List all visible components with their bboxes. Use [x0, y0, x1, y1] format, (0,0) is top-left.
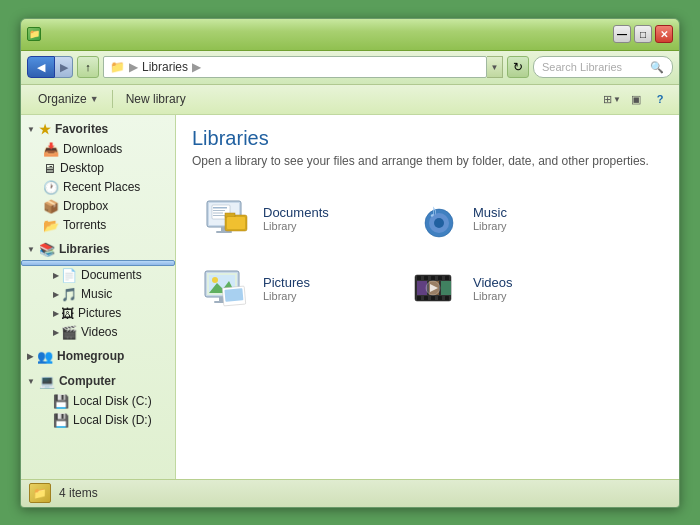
- toolbar-separator: [112, 90, 113, 108]
- sidebar-item-local-c[interactable]: 💾 Local Disk (C:): [21, 392, 175, 411]
- sidebar-libraries-header[interactable]: ▼ 📚 Libraries: [21, 239, 175, 260]
- sidebar-computer-header[interactable]: ▼ 💻 Computer: [21, 371, 175, 392]
- svg-rect-11: [227, 217, 245, 229]
- organize-button[interactable]: Organize ▼: [29, 88, 108, 110]
- music-type: Library: [473, 220, 507, 232]
- documents-arrow: ▶: [53, 271, 59, 280]
- refresh-button[interactable]: ↻: [507, 56, 529, 78]
- library-grid: Documents Library ♪: [192, 188, 592, 320]
- window-controls: — □ ✕: [613, 25, 673, 43]
- videos-library-icon: [411, 267, 463, 311]
- library-item-documents[interactable]: Documents Library: [192, 188, 382, 250]
- computer-icon: 💻: [39, 374, 55, 389]
- downloads-icon: 📥: [43, 142, 59, 157]
- search-box[interactable]: Search Libraries 🔍: [533, 56, 673, 78]
- sidebar-item-dropbox[interactable]: 📦 Dropbox: [21, 197, 175, 216]
- svg-rect-29: [438, 276, 442, 280]
- desktop-label: Desktop: [60, 161, 104, 175]
- toolbar-right: ⊞ ▼ ▣ ?: [601, 88, 671, 110]
- content-area: Libraries Open a library to see your fil…: [176, 115, 679, 479]
- music-name: Music: [473, 205, 507, 220]
- pictures-icon: 🖼: [61, 306, 74, 321]
- maximize-button[interactable]: □: [634, 25, 652, 43]
- window-icon: 📁: [27, 27, 41, 41]
- svg-rect-38: [441, 281, 451, 295]
- library-item-pictures[interactable]: Pictures Library: [192, 258, 382, 320]
- view-options-button[interactable]: ⊞ ▼: [601, 88, 623, 110]
- downloads-label: Downloads: [63, 142, 122, 156]
- sidebar-item-local-d[interactable]: 💾 Local Disk (D:): [21, 411, 175, 430]
- svg-point-19: [212, 277, 218, 283]
- music-icon: 🎵: [61, 287, 77, 302]
- back-button[interactable]: ◀: [27, 56, 55, 78]
- status-icon: 📁: [29, 483, 51, 503]
- documents-icon: 📄: [61, 268, 77, 283]
- svg-rect-27: [424, 276, 428, 280]
- search-icon: 🔍: [650, 61, 664, 74]
- search-placeholder: Search Libraries: [542, 61, 622, 73]
- svg-rect-26: [417, 276, 421, 280]
- svg-text:♪: ♪: [429, 201, 438, 221]
- videos-library-info: Videos Library: [473, 275, 513, 302]
- music-library-icon: ♪: [411, 197, 463, 241]
- libraries-label: Libraries: [59, 242, 110, 256]
- homegroup-label: Homegroup: [57, 349, 124, 363]
- sidebar-item-downloads[interactable]: 📥 Downloads: [21, 140, 175, 159]
- nav-buttons: ◀ ▶: [27, 56, 73, 78]
- sidebar-item-lib-documents[interactable]: ▶ 📄 Documents: [21, 266, 175, 285]
- new-library-button[interactable]: New library: [117, 88, 195, 110]
- title-bar: 📁 — □ ✕: [21, 19, 679, 51]
- documents-name: Documents: [263, 205, 329, 220]
- svg-rect-4: [213, 210, 225, 211]
- svg-rect-33: [431, 296, 435, 300]
- main-area: ▼ ★ Favorites 📥 Downloads 🖥 Desktop 🕐 Re…: [21, 115, 679, 479]
- views-arrow: ▼: [613, 95, 621, 104]
- svg-rect-35: [445, 296, 449, 300]
- organize-arrow: ▼: [90, 94, 99, 104]
- content-title: Libraries: [192, 127, 663, 150]
- path-icon: 📁: [110, 60, 125, 74]
- sidebar-item-torrents[interactable]: 📂 Torrents: [21, 216, 175, 235]
- organize-label: Organize: [38, 92, 87, 106]
- sidebar-item-lib-pictures[interactable]: ▶ 🖼 Pictures: [21, 304, 175, 323]
- views-icon: ⊞: [603, 93, 612, 106]
- dropbox-label: Dropbox: [63, 199, 108, 213]
- minimize-button[interactable]: —: [613, 25, 631, 43]
- address-path[interactable]: 📁 ▶ Libraries ▶: [103, 56, 487, 78]
- sidebar-item-lib-music[interactable]: ▶ 🎵 Music: [21, 285, 175, 304]
- sidebar: ▼ ★ Favorites 📥 Downloads 🖥 Desktop 🕐 Re…: [21, 115, 176, 479]
- videos-type: Library: [473, 290, 513, 302]
- sidebar-item-recent-places[interactable]: 🕐 Recent Places: [21, 178, 175, 197]
- address-path-container: 📁 ▶ Libraries ▶ ▼: [103, 56, 503, 78]
- pictures-library-icon: [201, 267, 253, 311]
- new-library-label: New library: [126, 92, 186, 106]
- library-item-music[interactable]: ♪ Music Library: [402, 188, 592, 250]
- sidebar-item-lib-videos[interactable]: ▶ 🎬 Videos: [21, 323, 175, 342]
- pane-button[interactable]: ▣: [625, 88, 647, 110]
- svg-rect-32: [424, 296, 428, 300]
- documents-type: Library: [263, 220, 329, 232]
- main-window: 📁 — □ ✕ ◀ ▶ ↑ 📁 ▶ Libraries ▶ ▼ ↻ Search…: [20, 18, 680, 508]
- sidebar-item-desktop[interactable]: 🖥 Desktop: [21, 159, 175, 178]
- sidebar-homegroup-header[interactable]: ▶ 👥 Homegroup: [21, 346, 175, 367]
- homegroup-arrow: ▶: [27, 352, 33, 361]
- address-dropdown[interactable]: ▼: [487, 56, 503, 78]
- svg-rect-5: [213, 212, 223, 213]
- close-button[interactable]: ✕: [655, 25, 673, 43]
- path-separator: ▶: [129, 60, 138, 74]
- dropbox-icon: 📦: [43, 199, 59, 214]
- library-item-videos[interactable]: Videos Library: [402, 258, 592, 320]
- local-disk-d-label: Local Disk (D:): [73, 413, 152, 427]
- svg-rect-8: [216, 231, 232, 233]
- help-button[interactable]: ?: [649, 88, 671, 110]
- computer-label: Computer: [59, 374, 116, 388]
- favorites-label: Favorites: [55, 122, 108, 136]
- disk-d-icon: 💾: [53, 413, 69, 428]
- address-bar: ◀ ▶ ↑ 📁 ▶ Libraries ▶ ▼ ↻ Search Librari…: [21, 51, 679, 85]
- lib-pictures-label: Pictures: [78, 306, 121, 320]
- up-button[interactable]: ↑: [77, 56, 99, 78]
- recent-places-label: Recent Places: [63, 180, 140, 194]
- sidebar-favorites-header[interactable]: ▼ ★ Favorites: [21, 119, 175, 140]
- recent-places-icon: 🕐: [43, 180, 59, 195]
- forward-button[interactable]: ▶: [55, 56, 73, 78]
